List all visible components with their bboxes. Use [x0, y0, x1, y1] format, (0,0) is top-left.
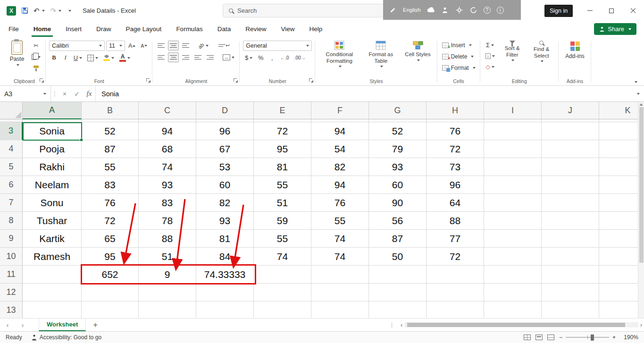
cell-F12[interactable]: [311, 284, 369, 301]
prev-sheet-button[interactable]: ‹: [0, 318, 15, 331]
column-header-E[interactable]: E: [254, 102, 311, 119]
underline-button[interactable]: U: [72, 53, 84, 63]
decrease-font-size-button[interactable]: A: [139, 41, 149, 51]
cell-G3[interactable]: 52: [369, 122, 427, 140]
column-header-G[interactable]: G: [369, 102, 427, 119]
cell-G12[interactable]: [369, 284, 427, 301]
cell-C5[interactable]: 74: [139, 158, 196, 176]
page-break-view-button[interactable]: [547, 335, 554, 340]
column-header-C[interactable]: C: [139, 102, 196, 119]
name-box[interactable]: A3: [0, 86, 51, 101]
alignment-dialog-launcher[interactable]: [234, 78, 238, 83]
cell-G10[interactable]: 50: [369, 248, 427, 266]
cell-A7[interactable]: Sonu: [23, 194, 82, 212]
align-right-button[interactable]: [180, 52, 191, 62]
format-painter-button[interactable]: [30, 63, 42, 73]
borders-button[interactable]: [85, 53, 100, 63]
cell-D9[interactable]: 81: [196, 230, 254, 248]
cell-E13[interactable]: [254, 301, 311, 318]
cell-K12[interactable]: [599, 284, 638, 301]
cell-H6[interactable]: 96: [427, 176, 484, 194]
row-header-8[interactable]: 8: [0, 212, 23, 230]
cell-K8[interactable]: [599, 212, 638, 230]
conditional-formatting-button[interactable]: Conditional Formatting: [318, 39, 360, 69]
maximize-button[interactable]: [601, 0, 622, 21]
pen-icon[interactable]: [389, 6, 397, 14]
format-cells-button[interactable]: ▦ Format: [441, 62, 477, 74]
redo-button[interactable]: ↷: [50, 7, 62, 15]
cell-B8[interactable]: 72: [82, 212, 139, 230]
cell-styles-button[interactable]: Cell Styles: [401, 39, 434, 63]
cell-E9[interactable]: 55: [254, 230, 311, 248]
ribbon-tab-help[interactable]: Help: [307, 21, 324, 37]
cell-J11[interactable]: [542, 266, 599, 284]
decrease-decimal-button[interactable]: .00→: [293, 53, 308, 63]
cell-G5[interactable]: 93: [369, 158, 427, 176]
cell-H12[interactable]: [427, 284, 484, 301]
cell-K3[interactable]: [599, 122, 638, 140]
increase-decimal-button[interactable]: ←.0: [278, 53, 291, 63]
swirl-icon[interactable]: [469, 6, 477, 14]
currency-button[interactable]: $: [243, 53, 254, 63]
cell-I10[interactable]: [484, 248, 542, 266]
cell-J7[interactable]: [542, 194, 599, 212]
column-header-J[interactable]: J: [542, 102, 599, 119]
cell-I7[interactable]: [484, 194, 542, 212]
align-left-button[interactable]: [156, 52, 167, 62]
cell-I13[interactable]: [484, 301, 542, 318]
cell-B9[interactable]: 65: [82, 230, 139, 248]
delete-cells-button[interactable]: × Delete: [441, 51, 476, 62]
cell-I3[interactable]: [484, 122, 542, 140]
cell-C10[interactable]: 51: [139, 248, 196, 266]
font-color-button[interactable]: A: [117, 53, 132, 63]
cell-K6[interactable]: [599, 176, 638, 194]
cell-D13[interactable]: [196, 301, 254, 318]
bold-button[interactable]: B: [49, 53, 59, 63]
ribbon-tab-data[interactable]: Data: [216, 21, 233, 37]
cell-A10[interactable]: Ramesh: [23, 248, 82, 266]
close-button[interactable]: [622, 0, 644, 21]
cell-H8[interactable]: 88: [427, 212, 484, 230]
cell-G11[interactable]: [369, 266, 427, 284]
cell-B10[interactable]: 95: [82, 248, 139, 266]
help-icon[interactable]: ?: [484, 7, 491, 14]
cell-B6[interactable]: 83: [82, 176, 139, 194]
formula-input[interactable]: Sonia: [95, 86, 631, 101]
row-header-6[interactable]: 6: [0, 176, 23, 194]
paste-dropdown-icon[interactable]: [17, 64, 19, 66]
language-label[interactable]: English: [403, 7, 421, 13]
cell-B13[interactable]: [82, 301, 139, 318]
cell-H11[interactable]: [427, 266, 484, 284]
ribbon-tab-formulas[interactable]: Formulas: [174, 21, 204, 37]
cell-I5[interactable]: [484, 158, 542, 176]
cell-A6[interactable]: Neelam: [23, 176, 82, 194]
collapse-ribbon-icon[interactable]: [635, 81, 637, 83]
merge-center-button[interactable]: ↔: [221, 52, 236, 62]
undo-dropdown-icon[interactable]: [42, 10, 45, 12]
cell-F4[interactable]: 54: [311, 140, 369, 158]
accessibility-status[interactable]: Accessibility: Good to go: [32, 334, 101, 341]
vertical-scrollbar[interactable]: [638, 102, 644, 318]
new-sheet-button[interactable]: +: [86, 318, 105, 331]
font-size-combo[interactable]: 11: [106, 41, 125, 51]
select-all-corner[interactable]: [0, 102, 23, 119]
fill-color-button[interactable]: [101, 53, 116, 63]
align-bottom-button[interactable]: [180, 41, 191, 50]
cell-G9[interactable]: 87: [369, 230, 427, 248]
find-select-button[interactable]: Find & Select: [528, 39, 555, 64]
cloud-icon[interactable]: [427, 6, 435, 14]
row-header-4[interactable]: 4: [0, 140, 23, 158]
cell-B11[interactable]: 652: [82, 266, 139, 284]
ribbon-tab-page-layout[interactable]: Page Layout: [124, 21, 164, 37]
font-name-combo[interactable]: Calibri: [49, 41, 105, 51]
cell-F11[interactable]: [311, 266, 369, 284]
align-top-button[interactable]: [156, 41, 167, 50]
cell-K13[interactable]: [599, 301, 638, 318]
cell-K4[interactable]: [599, 140, 638, 158]
cell-A5[interactable]: Rakhi: [23, 158, 82, 176]
column-header-B[interactable]: B: [82, 102, 139, 119]
normal-view-button[interactable]: [524, 335, 531, 340]
cell-I4[interactable]: [484, 140, 542, 158]
increase-font-size-button[interactable]: A: [126, 41, 137, 51]
insert-cells-button[interactable]: + Insert: [441, 40, 473, 51]
